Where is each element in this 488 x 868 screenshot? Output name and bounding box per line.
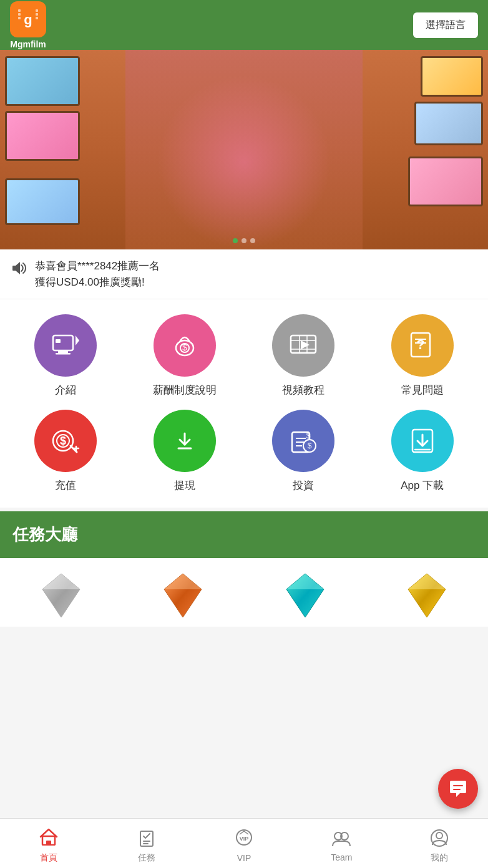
dot-2	[242, 238, 246, 243]
logo-container: g Mgmfilm	[10, 1, 46, 49]
withdraw-label: 提現	[174, 478, 195, 493]
svg-marker-17	[301, 340, 310, 349]
svg-marker-44	[42, 574, 80, 589]
deposit-label: 充值	[55, 478, 76, 493]
svg-text:$: $	[308, 441, 312, 450]
banner	[0, 50, 488, 249]
download-label: App 下載	[401, 478, 444, 493]
diamond-silver	[36, 571, 86, 620]
invest-button[interactable]: $ $ 投資	[244, 410, 363, 493]
dot-1	[233, 238, 238, 243]
speaker-icon	[10, 259, 27, 277]
download-icon-circle	[391, 410, 454, 472]
vip-section	[0, 558, 488, 627]
video-tutorial-button[interactable]: 視頻教程	[244, 314, 363, 397]
svg-rect-7	[36, 17, 38, 19]
language-button[interactable]: 選擇語言	[413, 12, 478, 38]
logo-icon: g	[10, 1, 46, 37]
svg-rect-9	[58, 350, 68, 353]
salary-icon-circle: $	[154, 314, 216, 377]
svg-marker-46	[164, 574, 202, 589]
svg-marker-12	[76, 335, 79, 345]
faq-button[interactable]: ? 常見問題	[363, 314, 482, 397]
task-hall-title: 任務大廳	[12, 525, 77, 544]
announcement-bar: 恭喜會員****2842推薦一名獲得USD4.00推廣獎勵!	[0, 249, 488, 299]
svg-marker-50	[408, 574, 446, 589]
task-hall-section: 任務大廳	[0, 511, 488, 558]
salary-button[interactable]: $ 薪酬制度說明	[125, 314, 245, 397]
announcement-text: 恭喜會員****2842推薦一名獲得USD4.00推廣獎勵!	[35, 258, 160, 290]
faq-icon-circle: ?	[391, 314, 454, 377]
deposit-button[interactable]: $ 充值	[6, 410, 125, 493]
withdraw-button[interactable]: 提現	[125, 410, 245, 493]
invest-icon-circle: $ $	[272, 410, 334, 472]
svg-rect-6	[36, 13, 38, 16]
svg-rect-8	[53, 335, 73, 350]
faq-label: 常見問題	[401, 383, 444, 397]
svg-text:$: $	[60, 435, 66, 447]
diamond-teal	[280, 571, 330, 620]
intro-button[interactable]: 介紹	[6, 314, 125, 397]
deposit-icon-circle: $	[34, 410, 97, 472]
header: g Mgmfilm 選擇語言	[0, 0, 488, 50]
svg-rect-11	[56, 339, 61, 343]
diamond-gold	[402, 571, 452, 620]
svg-marker-48	[286, 574, 324, 589]
intro-label: 介紹	[55, 383, 76, 397]
svg-rect-5	[36, 9, 38, 12]
icon-grid: 介紹 $ 薪酬制度說明 視頻教程	[0, 299, 488, 508]
video-label: 視頻教程	[282, 383, 325, 397]
svg-rect-4	[18, 17, 21, 19]
diamond-orange	[158, 571, 208, 620]
logo-name: Mgmfilm	[10, 39, 46, 49]
svg-rect-10	[56, 353, 71, 355]
svg-text:g: g	[24, 12, 32, 27]
video-icon-circle	[272, 314, 334, 377]
dot-3	[250, 238, 255, 243]
svg-text:$: $	[306, 432, 311, 440]
withdraw-icon-circle	[154, 410, 216, 472]
banner-dots	[233, 238, 255, 243]
invest-label: 投資	[293, 478, 314, 493]
app-download-button[interactable]: App 下載	[363, 410, 482, 493]
svg-rect-2	[18, 9, 21, 12]
salary-label: 薪酬制度說明	[153, 383, 217, 397]
intro-icon-circle	[34, 314, 97, 377]
svg-rect-3	[18, 13, 21, 16]
